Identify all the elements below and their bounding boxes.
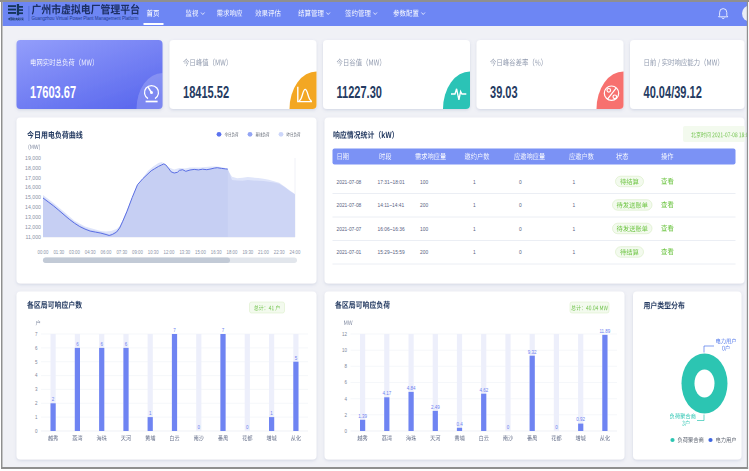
- svg-text:9.32: 9.32: [528, 349, 537, 354]
- svg-text:1: 1: [473, 202, 476, 208]
- svg-text:1: 1: [473, 225, 476, 231]
- svg-text:24:00: 24:00: [290, 250, 301, 255]
- svg-text:18,000: 18,000: [25, 165, 41, 171]
- svg-text:1: 1: [573, 249, 576, 255]
- svg-text:2.49: 2.49: [431, 404, 440, 409]
- svg-text:17,000: 17,000: [25, 174, 41, 180]
- svg-text:2: 2: [35, 401, 38, 406]
- svg-text:16,000: 16,000: [25, 184, 41, 190]
- svg-text:5: 5: [295, 355, 298, 360]
- svg-text:12:00: 12:00: [164, 250, 175, 255]
- svg-text:06:00: 06:00: [101, 250, 112, 255]
- svg-text:7: 7: [173, 328, 176, 333]
- svg-text:12,000: 12,000: [25, 224, 41, 230]
- svg-text:13:30: 13:30: [179, 250, 190, 255]
- svg-text:10:30: 10:30: [148, 250, 159, 255]
- svg-text:11227.30: 11227.30: [337, 84, 383, 101]
- svg-text:1: 1: [573, 225, 576, 231]
- svg-text:39.03: 39.03: [490, 84, 518, 101]
- svg-text:6: 6: [100, 341, 103, 346]
- svg-text:0: 0: [519, 249, 522, 255]
- svg-text:2: 2: [344, 412, 347, 417]
- svg-text:14,000: 14,000: [25, 204, 41, 210]
- svg-text:4: 4: [344, 396, 347, 401]
- svg-text:17:31~18:01: 17:31~18:01: [378, 178, 405, 184]
- svg-text:4.62: 4.62: [479, 387, 488, 392]
- svg-text:15,000: 15,000: [25, 194, 41, 200]
- svg-text:10: 10: [342, 348, 347, 353]
- svg-text:2021-07-01: 2021-07-01: [337, 249, 362, 255]
- svg-text:1: 1: [573, 178, 576, 184]
- svg-text:0.4: 0.4: [456, 421, 463, 426]
- svg-text:09:00: 09:00: [132, 250, 143, 255]
- svg-text:1: 1: [270, 411, 273, 416]
- svg-text:21:00: 21:00: [258, 250, 269, 255]
- svg-text:6: 6: [76, 341, 79, 346]
- svg-text:100: 100: [420, 178, 428, 184]
- svg-text:0: 0: [198, 425, 201, 430]
- svg-text:15:29~15:59: 15:29~15:59: [378, 249, 405, 255]
- svg-text:200: 200: [420, 202, 428, 208]
- svg-text:13,000: 13,000: [25, 214, 41, 220]
- svg-text:07:30: 07:30: [116, 250, 127, 255]
- svg-text:1: 1: [573, 202, 576, 208]
- svg-text:8: 8: [344, 364, 347, 369]
- svg-text:18415.52: 18415.52: [183, 84, 229, 101]
- svg-text:0: 0: [507, 425, 510, 430]
- svg-text:0: 0: [246, 425, 249, 430]
- svg-text:0.92: 0.92: [576, 417, 585, 422]
- svg-text:18:00: 18:00: [227, 250, 238, 255]
- svg-text:2021-07-08: 2021-07-08: [337, 202, 362, 208]
- svg-text:22:30: 22:30: [274, 250, 285, 255]
- svg-text:2021-07-07: 2021-07-07: [337, 225, 362, 231]
- svg-text:0: 0: [35, 429, 38, 434]
- svg-text:19,000: 19,000: [25, 155, 41, 161]
- svg-text:7: 7: [35, 332, 38, 337]
- svg-text:1: 1: [35, 415, 38, 420]
- svg-text:03:00: 03:00: [69, 250, 80, 255]
- svg-text:6: 6: [344, 380, 347, 385]
- svg-text:19:30: 19:30: [242, 250, 253, 255]
- svg-text:100: 100: [420, 225, 428, 231]
- svg-text:04:30: 04:30: [85, 250, 96, 255]
- svg-text:1: 1: [149, 411, 152, 416]
- svg-text:2: 2: [52, 397, 55, 402]
- svg-text:4.17: 4.17: [382, 391, 391, 396]
- svg-text:2021-07-08: 2021-07-08: [337, 178, 362, 184]
- svg-text:0: 0: [519, 178, 522, 184]
- svg-text:4.84: 4.84: [407, 385, 416, 390]
- svg-text:0: 0: [344, 429, 347, 434]
- svg-text:16:06~16:36: 16:06~16:36: [378, 225, 405, 231]
- svg-text:11.89: 11.89: [599, 328, 610, 333]
- svg-text:3: 3: [35, 387, 38, 392]
- svg-text:5: 5: [35, 359, 38, 364]
- svg-text:15:00: 15:00: [195, 250, 206, 255]
- svg-text:17603.67: 17603.67: [30, 84, 76, 101]
- svg-text:6: 6: [35, 345, 38, 350]
- svg-text:1.39: 1.39: [358, 413, 367, 418]
- svg-text:00:00: 00:00: [38, 250, 49, 255]
- svg-text:1: 1: [473, 178, 476, 184]
- svg-text:200: 200: [420, 249, 428, 255]
- svg-text:0: 0: [519, 202, 522, 208]
- svg-text:0: 0: [519, 225, 522, 231]
- svg-text:14:11~14:41: 14:11~14:41: [378, 202, 405, 208]
- svg-text:01:30: 01:30: [53, 250, 64, 255]
- svg-text:12: 12: [342, 332, 347, 337]
- svg-text:16:30: 16:30: [211, 250, 222, 255]
- svg-text:4: 4: [35, 373, 38, 378]
- svg-text:0: 0: [555, 425, 558, 430]
- svg-text:40.04/39.12: 40.04/39.12: [644, 84, 703, 101]
- svg-text:1: 1: [473, 249, 476, 255]
- svg-text:Guangzhou Virtual Power Plant: Guangzhou Virtual Power Plant Management…: [32, 16, 139, 21]
- svg-text:6: 6: [125, 341, 128, 346]
- svg-text:7: 7: [222, 328, 225, 333]
- svg-text:11,000: 11,000: [25, 234, 41, 240]
